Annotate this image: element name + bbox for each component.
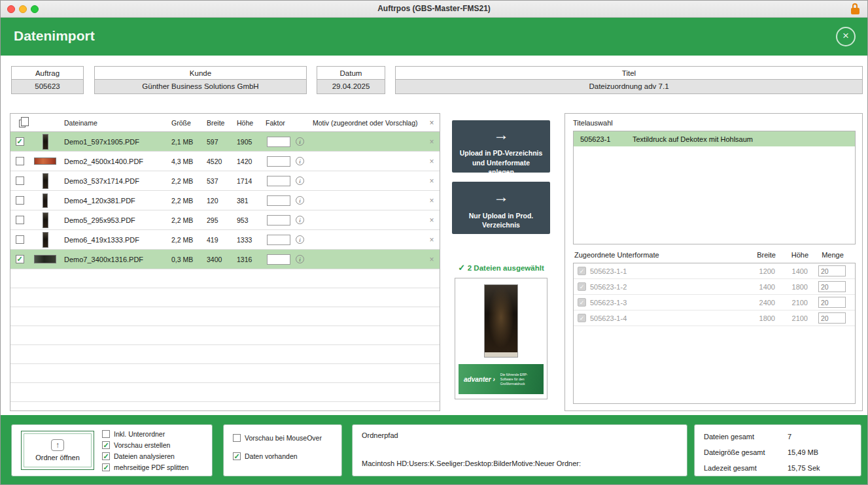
file-name: Demo3_537x1714.PDF bbox=[61, 177, 169, 185]
info-icon[interactable] bbox=[296, 255, 304, 263]
faktor-input[interactable] bbox=[267, 215, 290, 226]
table-close-icon[interactable] bbox=[424, 118, 440, 127]
row-remove-icon[interactable] bbox=[424, 196, 440, 205]
option-label: Vorschau bei MouseOver bbox=[245, 434, 322, 442]
stat-row: Dateigröße gesamt 15,49 MB bbox=[704, 448, 765, 456]
row-checkbox[interactable] bbox=[16, 235, 24, 244]
table-row[interactable]: Demo1_597x1905.PDF 2,1 MB 597 1905 bbox=[10, 132, 440, 152]
info-icon[interactable] bbox=[296, 137, 304, 146]
row-checkbox[interactable] bbox=[16, 255, 24, 263]
row-checkbox[interactable] bbox=[16, 216, 24, 224]
field-titel: Titel Dateizuordnung adv 7.1 bbox=[395, 66, 863, 94]
row-remove-icon[interactable] bbox=[424, 255, 440, 264]
faktor-input[interactable] bbox=[267, 176, 290, 186]
advanter-tagline: Die führende ERP-Software für den Großfo… bbox=[495, 373, 544, 386]
file-width: 597 bbox=[204, 138, 234, 146]
titel-value: Dateizuordnung adv 7.1 bbox=[396, 80, 862, 93]
option-pdf-splitten[interactable]: mehrseitige PDF splitten bbox=[102, 463, 188, 471]
advanter-logo: advanter › bbox=[459, 376, 495, 383]
menge-input[interactable] bbox=[818, 265, 846, 276]
file-name: Demo7_3400x1316.PDF bbox=[61, 256, 169, 263]
faktor-input[interactable] bbox=[267, 235, 290, 245]
checkbox[interactable] bbox=[233, 434, 241, 442]
file-height: 953 bbox=[234, 216, 263, 224]
empty-row bbox=[10, 364, 440, 383]
file-width: 4520 bbox=[204, 158, 234, 165]
info-icon[interactable] bbox=[296, 235, 304, 244]
preview-banner-image: advanter › Die führende ERP-Software für… bbox=[459, 364, 544, 394]
file-table: Dateiname Größe Breite Höhe Faktor Motiv… bbox=[10, 113, 440, 411]
option-dateien-analysieren[interactable]: Dateien analysieren bbox=[102, 452, 188, 460]
format-icon bbox=[578, 267, 586, 275]
option-vorschau-erstellen[interactable]: Vorschau erstellen bbox=[102, 441, 188, 449]
format-icon bbox=[578, 298, 586, 307]
row-remove-icon[interactable] bbox=[424, 176, 440, 186]
table-row[interactable]: Demo2_4500x1400.PDF 4,3 MB 4520 1420 bbox=[10, 152, 440, 171]
stat-label: Dateien gesamt bbox=[704, 433, 754, 441]
upload-folder-icon bbox=[51, 439, 64, 451]
kunde-label: Kunde bbox=[95, 67, 306, 80]
close-dialog-button[interactable] bbox=[836, 27, 856, 46]
unterformat-row[interactable]: 505623-1-1 1200 1400 bbox=[574, 263, 855, 279]
titelauswahl-list: 505623-1 Textildruck auf Dekotex mit Hoh… bbox=[573, 131, 856, 244]
row-checkbox[interactable] bbox=[16, 157, 24, 165]
faktor-input[interactable] bbox=[267, 195, 290, 206]
unterformat-breite: 2400 bbox=[748, 299, 780, 307]
col-breite: Breite bbox=[204, 119, 234, 127]
page-header: Datenimport bbox=[1, 18, 867, 56]
table-row[interactable]: Demo6_419x1333.PDF 2,2 MB 419 1333 bbox=[10, 230, 440, 250]
unterformat-id: 505623-1-1 bbox=[590, 267, 627, 275]
row-remove-icon[interactable] bbox=[424, 157, 440, 166]
row-remove-icon[interactable] bbox=[424, 137, 440, 146]
option-label: Dateien analysieren bbox=[114, 452, 175, 460]
file-width: 537 bbox=[204, 177, 234, 185]
info-icon[interactable] bbox=[296, 157, 304, 165]
table-row[interactable]: Demo7_3400x1316.PDF 0,3 MB 3400 1316 bbox=[10, 250, 440, 269]
file-width: 419 bbox=[204, 236, 234, 244]
row-remove-icon[interactable] bbox=[424, 235, 440, 244]
row-remove-icon[interactable] bbox=[424, 216, 440, 225]
faktor-input[interactable] bbox=[267, 137, 290, 147]
preview-box: advanter › Die führende ERP-Software für… bbox=[455, 278, 547, 399]
table-row[interactable]: Demo4_120x381.PDF 2,2 MB 120 381 bbox=[10, 191, 440, 210]
window-title: Auftrpos (GBS-Master-FMS21) bbox=[1, 4, 867, 13]
empty-row bbox=[10, 269, 440, 288]
unterformat-row[interactable]: 505623-1-3 2400 2100 bbox=[574, 295, 855, 310]
row-checkbox[interactable] bbox=[16, 176, 24, 185]
info-icon[interactable] bbox=[296, 216, 304, 224]
format-icon bbox=[578, 282, 586, 291]
info-icon[interactable] bbox=[296, 176, 304, 185]
checkbox[interactable] bbox=[102, 452, 110, 460]
checkbox[interactable] bbox=[102, 441, 110, 449]
file-height: 1714 bbox=[234, 177, 263, 185]
option-vorschau-mouseover[interactable]: Vorschau bei MouseOver bbox=[233, 434, 322, 442]
menge-input[interactable] bbox=[818, 281, 846, 292]
faktor-input[interactable] bbox=[267, 156, 290, 167]
copy-icon[interactable] bbox=[19, 120, 26, 127]
kunde-value: Günther Business Solutions GmbH bbox=[95, 80, 306, 93]
checkbox[interactable] bbox=[102, 430, 110, 438]
option-daten-vorhanden[interactable]: Daten vorhanden bbox=[233, 452, 322, 460]
faktor-input[interactable] bbox=[267, 254, 290, 265]
titel-label: Titel bbox=[396, 67, 862, 80]
info-icon[interactable] bbox=[296, 196, 304, 205]
menge-input[interactable] bbox=[818, 297, 846, 308]
titel-list-item[interactable]: 505623-1 Textildruck auf Dekotex mit Hoh… bbox=[574, 131, 855, 146]
unterformat-row[interactable]: 505623-1-2 1400 1800 bbox=[574, 279, 855, 295]
row-checkbox[interactable] bbox=[16, 196, 24, 205]
table-row[interactable]: Demo5_295x953.PDF 2,2 MB 295 953 bbox=[10, 210, 440, 230]
field-auftrag: Auftrag 505623 bbox=[11, 66, 84, 94]
unterformate-list: 505623-1-1 1200 1400 505623-1-2 1400 180… bbox=[573, 263, 856, 404]
checkbox[interactable] bbox=[102, 463, 110, 471]
option-inkl-unterordner[interactable]: Inkl. Unterordner bbox=[102, 430, 188, 438]
page-title: Datenimport bbox=[14, 28, 95, 44]
upload-prod-button[interactable]: Nur Upload in Prod. Verzeichnis bbox=[452, 182, 550, 234]
row-checkbox[interactable] bbox=[16, 137, 24, 146]
unterformat-row[interactable]: 505623-1-4 1800 2100 bbox=[574, 310, 855, 326]
checkbox[interactable] bbox=[233, 452, 241, 460]
open-folder-button[interactable]: Ordner öffnen bbox=[21, 431, 94, 470]
auftrag-value: 505623 bbox=[12, 80, 83, 93]
table-row[interactable]: Demo3_537x1714.PDF 2,2 MB 537 1714 bbox=[10, 171, 440, 191]
menge-input[interactable] bbox=[818, 312, 846, 324]
upload-pd-button[interactable]: Upload in PD-Verzeichnis und Unterformat… bbox=[452, 120, 550, 173]
